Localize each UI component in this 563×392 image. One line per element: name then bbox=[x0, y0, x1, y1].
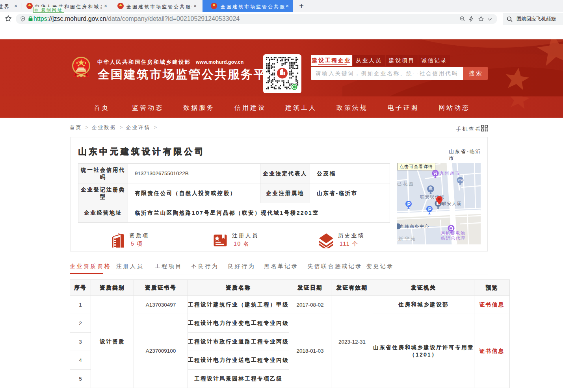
svg-text:临沂总代理: 临沂总代理 bbox=[441, 236, 466, 240]
svg-text:ATM: ATM bbox=[457, 179, 463, 182]
svg-text:九峰商务中心: 九峰商务中心 bbox=[400, 224, 429, 229]
svg-text:己花园: 己花园 bbox=[397, 181, 414, 187]
svg-text:新华苑: 新华苑 bbox=[398, 236, 417, 242]
svg-text:九州超市: 九州超市 bbox=[440, 171, 460, 176]
svg-text:联安大厦: 联安大厦 bbox=[442, 201, 462, 206]
svg-text:P: P bbox=[407, 201, 411, 207]
svg-text:P: P bbox=[428, 206, 432, 212]
svg-text:风帆蓄电池: 风帆蓄电池 bbox=[441, 231, 466, 235]
